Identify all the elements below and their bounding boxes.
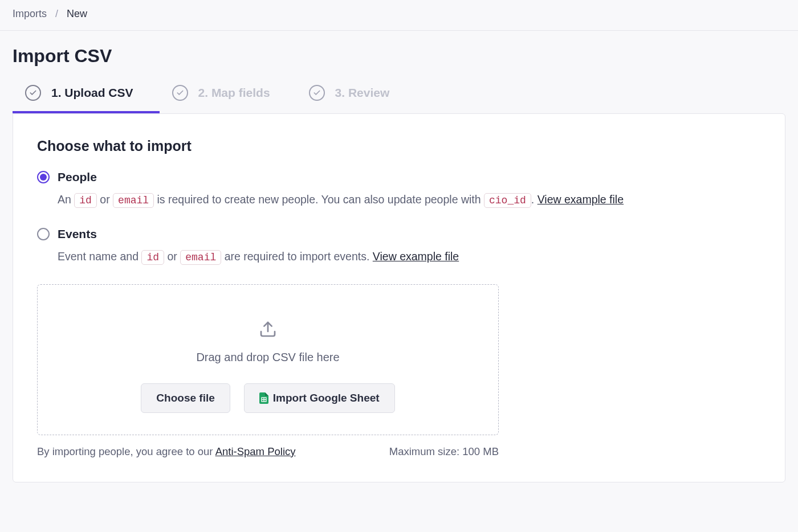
tab-map-fields[interactable]: 2. Map fields [160, 85, 296, 113]
code-chip-id: id [141, 250, 164, 265]
radio-events-label: Events [58, 227, 97, 241]
breadcrumb-current: New [67, 8, 87, 19]
radio-people[interactable] [37, 171, 50, 183]
footer-row: By importing people, you agree to our An… [37, 445, 499, 458]
google-sheet-icon [259, 392, 268, 404]
people-example-link[interactable]: View example file [538, 193, 624, 206]
check-circle-icon [172, 85, 188, 101]
code-chip-email: email [113, 193, 154, 208]
code-chip-cio-id: cio_id [484, 193, 531, 208]
check-circle-icon [25, 85, 41, 101]
people-description: An id or email is required to create new… [58, 191, 761, 209]
tab-review[interactable]: 3. Review [296, 85, 416, 113]
upload-panel: Choose what to import People An id or em… [13, 113, 785, 482]
wizard-tabs: 1. Upload CSV 2. Map fields 3. Review [0, 85, 798, 113]
tab-label: 3. Review [335, 86, 390, 100]
radio-people-label: People [58, 170, 97, 184]
code-chip-id: id [74, 193, 97, 208]
events-example-link[interactable]: View example file [373, 250, 459, 263]
tab-upload-csv[interactable]: 1. Upload CSV [13, 85, 160, 113]
page-title: Import CSV [0, 31, 798, 85]
choose-file-button[interactable]: Choose file [141, 383, 230, 413]
radio-events[interactable] [37, 228, 50, 240]
events-description: Event name and id or email are required … [58, 248, 761, 266]
import-sheet-label: Import Google Sheet [273, 392, 380, 404]
breadcrumb-separator: / [55, 8, 58, 19]
breadcrumb: Imports / New [0, 0, 798, 31]
upload-icon [259, 320, 277, 338]
section-title: Choose what to import [37, 138, 761, 154]
tab-label: 1. Upload CSV [51, 86, 133, 100]
anti-spam-policy-link[interactable]: Anti-Spam Policy [215, 445, 296, 457]
file-dropzone[interactable]: Drag and drop CSV file here Choose file … [37, 284, 499, 435]
tab-label: 2. Map fields [198, 86, 270, 100]
code-chip-email: email [180, 250, 221, 265]
agree-text: By importing people, you agree to our An… [37, 445, 296, 458]
dropzone-text: Drag and drop CSV file here [49, 351, 487, 364]
breadcrumb-parent-link[interactable]: Imports [13, 8, 47, 19]
option-people-row[interactable]: People [37, 170, 761, 184]
import-google-sheet-button[interactable]: Import Google Sheet [244, 383, 395, 413]
max-size-text: Maximum size: 100 MB [389, 445, 499, 458]
check-circle-icon [309, 85, 325, 101]
option-events-row[interactable]: Events [37, 227, 761, 241]
